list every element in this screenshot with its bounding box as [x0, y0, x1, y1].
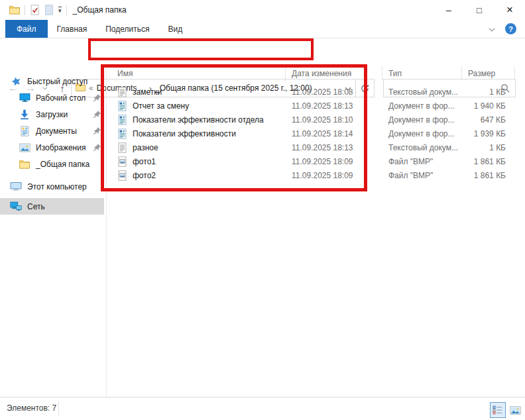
file-type: Файл "BMP" — [382, 171, 462, 180]
column-header-name[interactable]: Имя — [111, 66, 286, 81]
rtf-file-icon — [117, 101, 127, 111]
items-count-label: Элементов: 7 — [7, 403, 56, 413]
file-size: 1 КБ — [462, 87, 515, 97]
sidebar-item-label: Рабочий стол — [36, 93, 86, 103]
documents-icon — [19, 126, 30, 136]
view-toggles — [490, 402, 522, 418]
table-row[interactable]: Отчет за смену11.09.2025 18:13Документ в… — [111, 99, 515, 113]
tab-view[interactable]: Вид — [158, 20, 192, 38]
table-row[interactable]: Показатели эффективности11.09.2025 18:14… — [111, 127, 515, 140]
explorer-window: ▾ _Общая папка – □ × Файл Главная Подели… — [0, 0, 525, 420]
sidebar-item-downloads[interactable]: Загрузки — [0, 106, 104, 123]
file-date-modified: 11.09.2025 18:13 — [286, 143, 382, 152]
file-size: 1 КБ — [462, 143, 515, 152]
file-list-header: ИмяДата измененияТипРазмер — [111, 66, 515, 81]
table-row[interactable]: заметки11.09.2025 18:08Текстовый докум..… — [111, 85, 515, 99]
sidebar-item-desktop[interactable]: Рабочий стол — [0, 89, 104, 106]
column-header-type[interactable]: Тип — [382, 66, 462, 81]
this-pc-icon — [10, 182, 22, 191]
close-button[interactable]: × — [495, 0, 525, 20]
ribbon-collapse-chevron-icon[interactable] — [489, 25, 495, 34]
status-bar: Элементов: 7 — [0, 397, 525, 420]
sidebar: Быстрый доступРабочий столЗагрузкиДокуме… — [0, 62, 104, 397]
file-date-modified: 11.09.2025 18:10 — [286, 115, 382, 125]
file-size: 1 940 КБ — [462, 101, 515, 111]
minimize-button[interactable]: – — [434, 0, 464, 20]
sidebar-item-label: _Общая папка — [36, 160, 89, 169]
sidebar-item-quick-access[interactable]: Быстрый доступ — [0, 73, 104, 89]
file-date-modified: 11.09.2025 18:08 — [286, 87, 382, 97]
file-type: Текстовый докум... — [382, 143, 462, 152]
file-name-cell: заметки — [111, 87, 286, 97]
file-type: Документ в фор... — [382, 129, 462, 138]
sidebar-item-label: Быстрый доступ — [27, 77, 88, 86]
file-type: Текстовый докум... — [382, 87, 462, 97]
thumbnails-view-icon[interactable] — [508, 403, 522, 417]
file-size: 647 КБ — [462, 115, 515, 125]
sidebar-item-label: Документы — [36, 127, 77, 136]
column-header-size[interactable]: Размер — [462, 66, 515, 81]
pin-icon — [93, 110, 101, 121]
details-view-icon[interactable] — [490, 402, 506, 418]
file-name-cell: Отчет за смену — [111, 101, 286, 111]
file-name-cell: фото2 — [111, 170, 286, 181]
file-date-modified: 11.09.2025 18:09 — [286, 171, 382, 180]
file-name: Отчет за смену — [133, 101, 189, 111]
maximize-button[interactable]: □ — [464, 0, 495, 20]
tab-file[interactable]: Файл — [5, 20, 48, 38]
pin-icon — [93, 143, 101, 154]
quick-access-star-icon — [10, 76, 22, 87]
sidebar-item-label: Этот компьютер — [27, 182, 87, 191]
file-type: Документ в фор... — [382, 101, 462, 111]
rtf-file-icon — [117, 129, 127, 139]
file-name: фото2 — [133, 171, 156, 180]
sidebar-item-label: Изображения — [36, 143, 86, 152]
table-row[interactable]: Показатели эффективности отдела11.09.202… — [111, 113, 515, 127]
table-row[interactable]: фото211.09.2025 18:09Файл "BMP"1 861 КБ — [111, 168, 515, 182]
sidebar-item-documents[interactable]: Документы — [0, 123, 104, 139]
sidebar-item-pictures[interactable]: Изображения — [0, 139, 104, 156]
ribbon-right-controls: ? — [489, 20, 516, 38]
help-button[interactable]: ? — [505, 23, 516, 34]
sidebar-item-label: Загрузки — [36, 110, 68, 119]
file-list-body: заметки11.09.2025 18:08Текстовый докум..… — [111, 85, 515, 182]
file-name-cell: разное — [111, 142, 286, 153]
new-item-page-icon[interactable] — [44, 5, 54, 15]
divider — [58, 401, 59, 417]
properties-check-icon[interactable] — [30, 5, 40, 15]
sidebar-item-shared-folder[interactable]: _Общая папка — [0, 156, 104, 172]
table-row[interactable]: фото111.09.2025 18:09Файл "BMP"1 861 КБ — [111, 154, 515, 168]
divider — [25, 5, 25, 15]
rtf-file-icon — [117, 115, 127, 125]
file-name: Показатели эффективности — [133, 129, 236, 138]
title-bar: ▾ _Общая папка – □ × — [0, 0, 525, 20]
quick-access-toolbar: ▾ — [0, 5, 67, 15]
sidebar-item-this-pc[interactable]: Этот компьютер — [0, 178, 104, 195]
pictures-icon — [19, 143, 30, 152]
file-size: 1 939 КБ — [462, 129, 515, 138]
pin-icon — [93, 93, 101, 104]
divider — [66, 5, 67, 15]
pin-icon — [93, 127, 101, 137]
file-type: Документ в фор... — [382, 115, 462, 125]
file-date-modified: 11.09.2025 18:13 — [286, 101, 382, 111]
navigation-toolbar: ← → ↑ « Documents ... › _Общая папка (15… — [0, 38, 525, 62]
table-row[interactable]: разное11.09.2025 18:13Текстовый докум...… — [111, 140, 515, 154]
window-controls: – □ × — [434, 0, 525, 20]
sidebar-item-network[interactable]: Сеть — [0, 198, 104, 215]
text-file-icon — [117, 87, 127, 97]
ribbon-tab-bar: Файл Главная Поделиться Вид — [0, 20, 525, 38]
sidebar-divider — [106, 62, 107, 397]
desktop-icon — [19, 93, 30, 103]
file-size: 1 861 КБ — [462, 171, 515, 180]
file-list: ИмяДата измененияТипРазмер заметки11.09.… — [111, 66, 515, 182]
file-type: Файл "BMP" — [382, 157, 462, 166]
column-header-date-modified[interactable]: Дата изменения — [286, 66, 382, 81]
file-name: заметки — [133, 87, 162, 97]
tab-home[interactable]: Главная — [48, 20, 97, 38]
network-icon — [10, 201, 22, 211]
file-size: 1 861 КБ — [462, 157, 515, 166]
folder-icon[interactable] — [9, 5, 20, 15]
tab-share[interactable]: Поделиться — [96, 20, 158, 38]
qat-customize-icon[interactable]: ▾ — [58, 7, 62, 14]
